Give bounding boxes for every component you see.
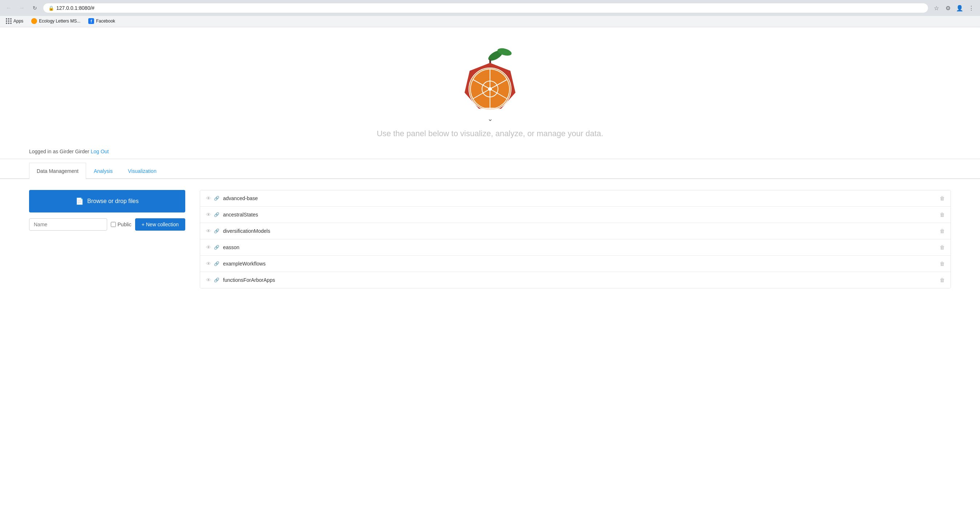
back-button[interactable]: ← [4, 3, 14, 13]
delete-icon[interactable]: 🗑 [940, 245, 945, 250]
browse-files-button[interactable]: 📄 Browse or drop files [29, 190, 185, 213]
collection-name: diversificationModels [223, 228, 940, 234]
tabs-bar: Data Management Analysis Visualization [0, 163, 980, 179]
page: ⌄ Use the panel below to visualize, anal… [0, 27, 980, 531]
new-collection-row: Public + New collection [29, 218, 185, 231]
star-button[interactable]: ☆ [931, 3, 942, 13]
link-icon: 🔗 [214, 245, 220, 250]
login-bar: Logged in as Girder Girder Log Out [0, 144, 980, 159]
new-collection-label: + New collection [142, 221, 179, 227]
eye-icon: 👁 [206, 245, 211, 250]
ecology-label: Ecology Letters MS... [39, 19, 80, 24]
tab-visualization[interactable]: Visualization [120, 163, 164, 179]
bookmark-facebook[interactable]: f Facebook [86, 17, 117, 25]
link-icon: 🔗 [214, 196, 220, 201]
name-input[interactable] [29, 218, 107, 231]
collection-item[interactable]: 👁 🔗 advanced-base 🗑 [200, 190, 951, 207]
eye-icon: 👁 [206, 228, 211, 234]
delete-icon[interactable]: 🗑 [940, 212, 945, 218]
browse-btn-label: Browse or drop files [87, 198, 138, 205]
eye-icon: 👁 [206, 261, 211, 267]
link-icon: 🔗 [214, 261, 220, 266]
bookmark-ecology[interactable]: Ecology Letters MS... [29, 17, 83, 25]
collection-item[interactable]: 👁 🔗 ancestralStates 🗑 [200, 207, 951, 223]
apps-label: Apps [13, 19, 23, 24]
public-label: Public [111, 221, 132, 227]
subtitle-area: Use the panel below to visualize, analyz… [0, 129, 980, 144]
reload-button[interactable]: ↻ [30, 3, 40, 13]
new-collection-button[interactable]: + New collection [135, 218, 185, 231]
apps-icon [6, 18, 12, 24]
collection-item[interactable]: 👁 🔗 exampleWorkflows 🗑 [200, 256, 951, 272]
main-content: 📄 Browse or drop files Public + New coll… [0, 179, 980, 299]
delete-icon[interactable]: 🗑 [940, 228, 945, 234]
tab-analysis[interactable]: Analysis [86, 163, 120, 179]
collection-item[interactable]: 👁 🔗 easson 🗑 [200, 239, 951, 256]
svg-point-13 [488, 87, 492, 91]
app-logo: ⌄ [454, 42, 526, 122]
bookmarks-bar: Apps Ecology Letters MS... f Facebook [0, 16, 980, 27]
svg-text:⌄: ⌄ [487, 115, 493, 122]
eye-icon: 👁 [206, 277, 211, 283]
collection-item[interactable]: 👁 🔗 functionsForArborApps 🗑 [200, 272, 951, 288]
facebook-label: Facebook [96, 19, 115, 24]
public-checkbox[interactable] [111, 222, 116, 227]
browser-chrome: ← → ↻ 🔒 127.0.0.1:8080/# ☆ ⚙ 👤 ⋮ Apps [0, 0, 980, 27]
collection-name: exampleWorkflows [223, 261, 940, 267]
forward-button[interactable]: → [17, 3, 27, 13]
collection-name: ancestralStates [223, 212, 940, 218]
subtitle-text: Use the panel below to visualize, analyz… [377, 129, 603, 138]
bookmark-apps[interactable]: Apps [4, 17, 25, 25]
ecology-favicon [31, 18, 37, 24]
login-text: Logged in as Girder Girder Log Out [29, 149, 108, 154]
logout-link[interactable]: Log Out [91, 149, 109, 154]
collection-name: advanced-base [223, 196, 940, 201]
link-icon: 🔗 [214, 229, 220, 234]
delete-icon[interactable]: 🗑 [940, 196, 945, 201]
browser-toolbar: ← → ↻ 🔒 127.0.0.1:8080/# ☆ ⚙ 👤 ⋮ [0, 0, 980, 16]
left-panel: 📄 Browse or drop files Public + New coll… [29, 190, 185, 288]
delete-icon[interactable]: 🗑 [940, 261, 945, 267]
collections-list: 👁 🔗 advanced-base 🗑 👁 🔗 ancestralStates … [200, 190, 951, 288]
collection-item[interactable]: 👁 🔗 diversificationModels 🗑 [200, 223, 951, 239]
delete-icon[interactable]: 🗑 [940, 277, 945, 283]
logo-area: ⌄ [0, 27, 980, 129]
address-bar[interactable]: 🔒 127.0.0.1:8080/# [43, 3, 928, 13]
facebook-favicon: f [88, 18, 94, 24]
menu-button[interactable]: ⋮ [966, 3, 976, 13]
file-icon: 📄 [76, 197, 84, 205]
lock-icon: 🔒 [48, 5, 54, 11]
tab-data-management[interactable]: Data Management [29, 163, 86, 179]
link-icon: 🔗 [214, 278, 220, 283]
address-text: 127.0.0.1:8080/# [56, 5, 923, 11]
eye-icon: 👁 [206, 196, 211, 201]
collection-name: functionsForArborApps [223, 277, 940, 283]
eye-icon: 👁 [206, 212, 211, 218]
browser-actions: ☆ ⚙ 👤 ⋮ [931, 3, 976, 13]
collection-name: easson [223, 245, 940, 250]
logged-in-label: Logged in as Girder Girder [29, 149, 89, 154]
public-text: Public [118, 221, 132, 227]
link-icon: 🔗 [214, 212, 220, 217]
extension-button[interactable]: ⚙ [943, 3, 953, 13]
profile-button[interactable]: 👤 [955, 3, 965, 13]
